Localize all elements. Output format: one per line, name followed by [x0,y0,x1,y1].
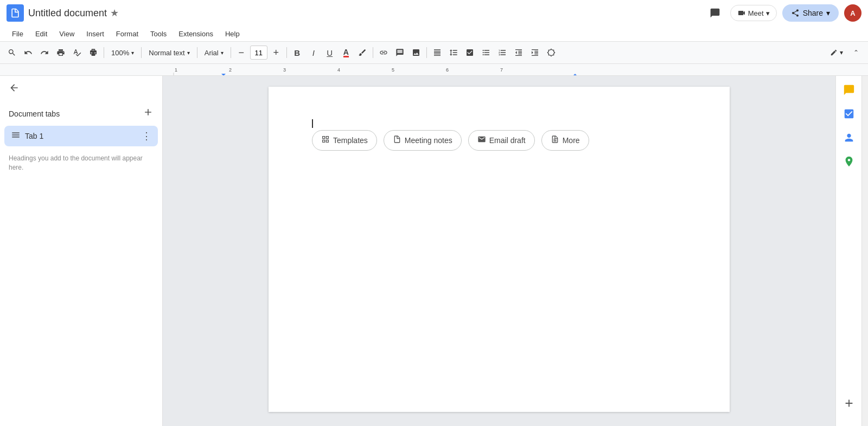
chips-row: Templates Meeting notes Email draft [312,130,686,151]
menu-tools[interactable]: Tools [145,28,172,40]
menu-insert[interactable]: Insert [81,28,110,40]
doc-title[interactable]: Untitled document [28,8,107,19]
scrollbar-track[interactable] [861,76,868,426]
editing-mode-label: ▾ [840,49,843,56]
email-draft-label: Email draft [489,136,526,145]
share-dropdown-icon[interactable]: ▾ [826,9,830,17]
sidebar-hint-text: Headings you add to the document will ap… [9,154,143,171]
more-label: More [563,136,580,145]
menu-edit[interactable]: Edit [30,28,53,40]
image-button[interactable] [409,45,424,60]
favorite-icon[interactable]: ★ [110,7,119,19]
right-panel [835,76,861,426]
sidebar: Document tabs Tab 1 ⋮ Headings you add t… [0,76,163,426]
menu-extensions[interactable]: Extensions [173,28,219,40]
sidebar-tabs-header: Document tabs [0,102,162,125]
checklist-button[interactable] [462,45,477,60]
highlight-button[interactable] [355,45,370,60]
italic-button[interactable]: I [306,45,321,60]
menu-help[interactable]: Help [220,28,245,40]
tab-1-more-button[interactable]: ⋮ [142,130,151,142]
chat-panel-icon[interactable] [839,80,859,100]
indent-increase-button[interactable] [527,45,542,60]
bold-button[interactable]: B [290,45,305,60]
meet-dropdown-icon[interactable]: ▾ [766,9,770,17]
divider-6 [373,47,373,58]
spellcheck-button[interactable] [69,45,85,60]
title-bar: Untitled document ★ Meet ▾ Share ▾ A [0,0,868,26]
text-style-value: Normal text [149,49,184,57]
zoom-dropdown-icon: ▾ [131,50,134,56]
redo-button[interactable] [37,45,52,60]
tab-1-label: Tab 1 [25,132,137,140]
docs-app-icon [7,4,24,22]
editing-mode-dropdown[interactable]: ▾ [826,45,847,60]
tasks-panel-icon[interactable] [839,104,859,124]
divider-5 [286,47,287,58]
svg-text:4: 4 [337,67,340,73]
align-button[interactable] [430,45,445,60]
contacts-panel-icon[interactable] [839,128,859,147]
menu-view[interactable]: View [54,28,80,40]
more-chip[interactable]: More [541,130,589,151]
zoom-dropdown[interactable]: 100% ▾ [107,45,138,60]
font-size-input[interactable] [250,46,267,60]
add-comment-button[interactable] [392,45,407,60]
meet-button[interactable]: Meet ▾ [730,5,777,21]
tab-1-icon [11,130,21,142]
line-spacing-button[interactable] [446,45,461,60]
templates-icon [321,135,330,146]
meeting-notes-label: Meeting notes [405,136,452,145]
link-button[interactable] [376,45,391,60]
svg-text:2: 2 [229,67,232,73]
bullet-list-button[interactable] [478,45,494,60]
document-page[interactable]: Templates Meeting notes Email draft [269,87,730,412]
document-tabs-label: Document tabs [9,109,60,118]
decrease-font-button[interactable]: − [234,45,249,60]
main-area: Document tabs Tab 1 ⋮ Headings you add t… [0,76,868,426]
search-button[interactable] [4,45,20,60]
add-panel-button[interactable] [839,393,859,413]
templates-chip[interactable]: Templates [312,130,377,151]
svg-rect-0 [0,64,868,76]
text-color-button[interactable]: A [339,45,354,60]
share-button[interactable]: Share ▾ [782,4,839,22]
share-label: Share [803,9,823,17]
email-draft-chip[interactable]: Email draft [468,130,535,151]
font-dropdown[interactable]: Arial ▾ [200,45,228,60]
menu-file[interactable]: File [7,28,29,40]
maps-panel-icon[interactable] [839,152,859,171]
add-tab-button[interactable] [143,107,154,120]
svg-text:1: 1 [175,67,177,73]
meeting-notes-chip[interactable]: Meeting notes [384,130,462,151]
menu-bar: File Edit View Insert Format Tools Exten… [0,26,868,41]
document-area[interactable]: Templates Meeting notes Email draft [163,76,835,426]
numbered-list-button[interactable] [495,45,510,60]
meeting-notes-icon [393,135,401,146]
avatar[interactable]: A [844,4,861,22]
title-bar-right: Meet ▾ Share ▾ A [705,3,861,23]
toolbar: 100% ▾ Normal text ▾ Arial ▾ − + B I U A [0,41,868,64]
tab-1-item[interactable]: Tab 1 ⋮ [4,126,158,146]
divider-1 [104,47,104,58]
underline-button[interactable]: U [322,45,337,60]
templates-label: Templates [333,136,368,145]
clear-format-button[interactable] [544,45,559,60]
paint-format-button[interactable] [86,45,101,60]
ruler: 1 2 3 4 5 6 7 [0,64,868,76]
email-draft-icon [477,135,486,146]
undo-button[interactable] [21,45,36,60]
svg-text:5: 5 [392,67,394,73]
print-button[interactable] [53,45,68,60]
text-style-dropdown[interactable]: Normal text ▾ [144,45,194,60]
more-icon [551,135,559,146]
menu-format[interactable]: Format [111,28,144,40]
comment-button[interactable] [705,3,725,23]
collapse-button[interactable]: ⌃ [848,45,864,60]
doc-title-row: Untitled document ★ [28,7,701,19]
text-cursor [312,119,313,128]
increase-font-button[interactable]: + [269,45,284,60]
back-button[interactable] [9,82,20,96]
font-dropdown-icon: ▾ [221,50,224,56]
indent-decrease-button[interactable] [511,45,526,60]
